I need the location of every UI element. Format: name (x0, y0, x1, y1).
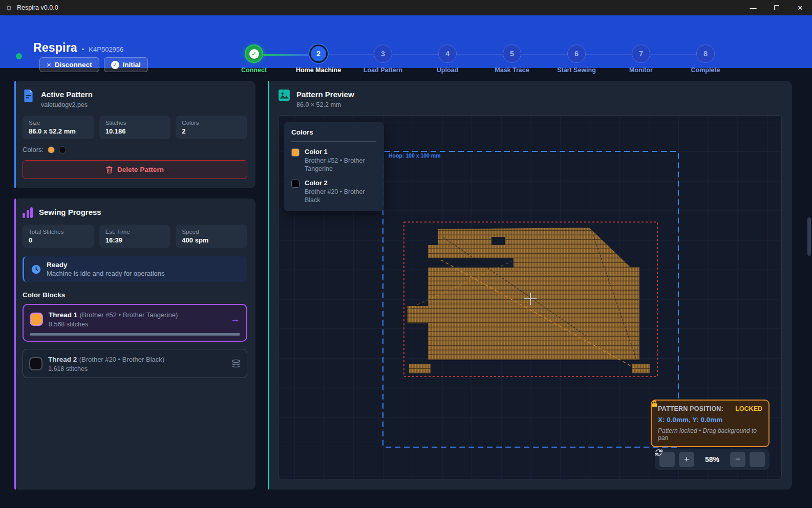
close-button[interactable]: ✕ (788, 0, 812, 15)
window-title: Respira v0.0.0 (17, 4, 58, 11)
thread-row-1[interactable]: Thread 1 (Brother #52 • Brother Tangerin… (23, 304, 247, 342)
clock-icon (31, 264, 41, 274)
stat-colors: Colors 2 (176, 116, 247, 139)
initial-button[interactable]: ✓ Initial (104, 57, 148, 72)
machine-serial: K4P502956 (89, 46, 123, 53)
zoom-level: 58% (698, 455, 726, 463)
step-label: Start Sewing (557, 67, 596, 74)
step-upload[interactable]: 4 Upload (415, 45, 480, 74)
maximize-button[interactable] (765, 0, 788, 15)
step-label: Home Machine (296, 67, 341, 74)
legend-swatch (291, 180, 300, 188)
check-icon: ✓ (249, 49, 259, 59)
step-circle: 6 (567, 45, 586, 63)
status-title: Ready (47, 261, 165, 269)
stat-est-time: Est. Time 16:39 (99, 225, 171, 248)
hoop-label: Hoop: 100 x 100 mm (389, 152, 441, 159)
step-label: Mask Trace (495, 67, 529, 74)
thread-row-2[interactable]: Thread 2 (Brother #20 • Brother Black) 1… (23, 349, 247, 378)
titlebar: Respira v0.0.0 — ✕ (0, 0, 812, 15)
step-complete[interactable]: 8 Complete (673, 45, 738, 74)
app-name: Respira (33, 41, 77, 55)
stat-total-stitches: Total Stitches 0 (23, 225, 94, 248)
pattern-preview-card: Pattern Preview 86.0 × 52.2 mm (268, 81, 792, 490)
layers-stack-icon (231, 359, 241, 368)
colors-label: Colors: (23, 146, 44, 153)
step-circle: 5 (503, 45, 521, 63)
stat-size: Size 86.0 x 52.2 mm (23, 116, 94, 139)
close-icon: × (47, 60, 51, 69)
document-icon (23, 89, 35, 102)
step-label: Connect (241, 67, 267, 74)
bar-chart-icon (23, 207, 33, 218)
scrollbar-thumb[interactable] (807, 217, 811, 256)
lock-icon (652, 401, 657, 407)
lock-state: LOCKED (735, 405, 762, 412)
step-mask-trace[interactable]: 5 Mask Trace (480, 45, 544, 74)
step-circle: 8 (696, 45, 715, 63)
status-message: Machine is idle and ready for operations (47, 270, 165, 277)
active-pattern-card: Active Pattern valetudogv2.pes Size 86.0… (14, 81, 255, 188)
legend-entry: Color 2 Brother #20 • Brother Black (291, 179, 376, 204)
step-monitor[interactable]: 7 Monitor (609, 45, 673, 74)
card-title: Active Pattern (41, 89, 93, 99)
step-circle: ✓ (245, 45, 263, 63)
step-load-pattern[interactable]: 3 Load Pattern (351, 45, 415, 74)
pattern-canvas[interactable]: Hoop: 100 x 100 mm Colors Color 1 Brothe… (278, 115, 782, 479)
card-title: Sewing Progress (39, 207, 101, 216)
pattern-dimensions: 86.0 × 52.2 mm (296, 101, 354, 108)
color-swatch-2 (59, 146, 66, 153)
step-label: Upload (437, 67, 458, 74)
maximize-icon (774, 5, 779, 10)
refresh-icon (655, 449, 663, 456)
pan-hint: Pattern locked • Drag background to pan (658, 427, 762, 441)
pattern-coordinates: X: 0.0mm, Y: 0.0mm (658, 416, 762, 424)
step-circle: 4 (438, 45, 457, 63)
minimize-button[interactable]: — (741, 0, 765, 15)
disconnect-button[interactable]: × Disconnect (39, 57, 99, 72)
delete-pattern-button[interactable]: Delete Pattern (23, 160, 247, 179)
stat-stitches: Stitches 10.186 (99, 116, 171, 139)
thread-color-swatch (29, 357, 42, 370)
separator: • (82, 46, 84, 53)
colors-legend: Colors Color 1 Brother #52 • Brother Tan… (284, 122, 384, 211)
step-home-machine[interactable]: 2 Home Machine (286, 45, 351, 74)
arrow-right-icon: → (230, 314, 240, 325)
legend-swatch (291, 148, 300, 157)
reset-view-button[interactable] (750, 452, 765, 467)
step-label: Monitor (629, 67, 653, 74)
step-start-sewing[interactable]: 6 Start Sewing (544, 45, 609, 74)
zoom-out-button[interactable]: − (730, 452, 745, 467)
thread-color-swatch (30, 313, 43, 326)
step-circle: 2 (309, 45, 328, 63)
trash-icon (106, 166, 113, 173)
legend-entry: Color 1 Brother #52 • Brother Tangerine (291, 148, 376, 173)
app-header: Respira • K4P502956 × Disconnect ✓ Initi… (0, 15, 812, 68)
thread-progress-bar (30, 333, 240, 336)
step-connect[interactable]: ✓ Connect (222, 45, 286, 74)
zoom-toolbar: + 58% − (655, 449, 770, 470)
zoom-in-button[interactable]: + (679, 452, 694, 467)
image-icon (278, 89, 290, 101)
machine-status-banner: Ready Machine is idle and ready for oper… (23, 256, 247, 282)
pattern-filename: valetudogv2.pes (41, 101, 93, 108)
stat-speed: Speed 400 spm (176, 225, 247, 248)
step-label: Complete (691, 67, 720, 74)
color-blocks-label: Color Blocks (23, 291, 247, 299)
workflow-stepper: ✓ Connect 2 Home Machine 3 Load Pattern … (222, 45, 774, 80)
badge-check-icon: ✓ (111, 61, 119, 69)
step-label: Load Pattern (364, 67, 402, 74)
app-icon (5, 4, 13, 12)
step-circle: 7 (632, 45, 650, 63)
connection-status-dot (16, 53, 22, 59)
pattern-position-overlay: PATTERN POSITION: LOCKED X: 0.0mm, Y: 0.… (651, 400, 770, 447)
step-circle: 3 (374, 45, 392, 63)
card-title: Pattern Preview (296, 89, 354, 99)
color-swatch-1 (48, 146, 55, 153)
sewing-progress-card: Sewing Progress Total Stitches 0 Est. Ti… (14, 198, 255, 490)
